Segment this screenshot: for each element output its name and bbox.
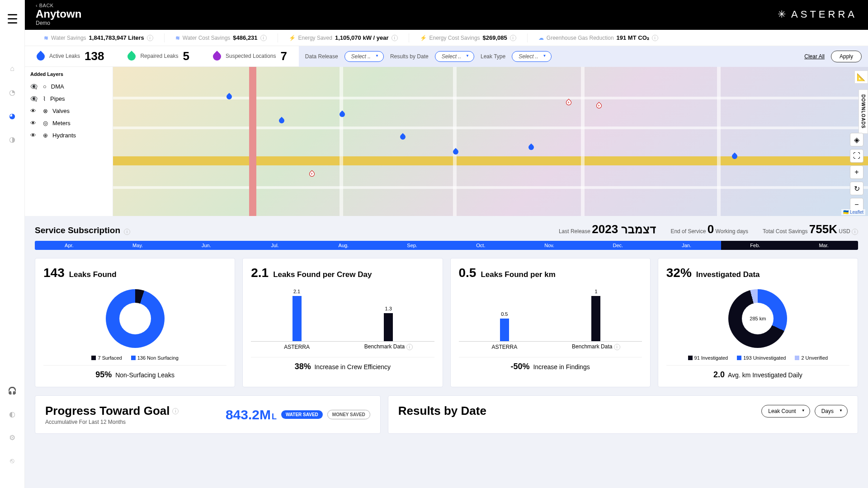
nav-support-icon[interactable]: 🎧 [7, 385, 18, 396]
info-icon[interactable]: i [260, 35, 267, 41]
nav-chart2-icon[interactable]: ◕ [7, 110, 18, 121]
days-select[interactable]: Days [815, 405, 848, 418]
layer-dma[interactable]: 👁‍🗨○DMA [30, 80, 107, 93]
pill-water-saved[interactable]: WATER SAVED [281, 410, 323, 419]
results-date-select[interactable]: Select .. [435, 51, 474, 62]
waves-icon: ≋ [44, 35, 48, 41]
filter-bar: Data Release Select .. Results by Date S… [299, 46, 868, 67]
eye-icon: 👁 [30, 108, 38, 114]
downloads-tab[interactable]: DOWNLOADS [859, 89, 868, 134]
map-area: Added Layers 👁‍🗨○DMA 👁‍🗨⌇Pipes 👁⊗Valves … [25, 67, 868, 216]
metric-energy-cost: ⚡ Energy Cost Savings $269,085 i [409, 34, 527, 41]
metrics-toolbar: ≋ Water Savings 1,841,783,947 Liters i ≋… [25, 30, 868, 46]
card-investigated: 32%Investigated Data 285 km 91 Investiga… [658, 258, 858, 387]
metric-water-savings: ≋ Water Savings 1,841,783,947 Liters i [33, 34, 164, 41]
card-leaks-found: 143Leaks Found 7 Surfaced 136 Non Surfac… [35, 258, 235, 387]
timeline: Apr. May. Jun. Jul. Aug. Sep. Oct. Nov. … [35, 241, 858, 250]
subscription-header: Service Subscription i Last Release דצמב… [35, 222, 858, 236]
total-savings: Total Cost Savings 755K USD i [763, 222, 858, 236]
last-release: Last Release דצמבר 2023 [559, 222, 656, 236]
info-icon[interactable]: i [147, 35, 153, 41]
zoom-in-button[interactable]: + [850, 165, 863, 179]
info-icon[interactable]: i [652, 35, 658, 41]
brand-logo: ✳ ASTERRA [778, 9, 857, 20]
lower-panels: Progress Toward Goal i Accumulative For … [35, 395, 858, 434]
asterisk-icon: ✳ [778, 9, 788, 20]
fullscreen-icon[interactable]: ⛶ [850, 149, 863, 163]
nav-settings-icon[interactable]: ⚙ [7, 432, 18, 443]
page-subtitle: Demo [36, 20, 778, 26]
menu-icon[interactable]: ☰ [7, 14, 18, 24]
layer-pipes[interactable]: 👁‍🗨⌇Pipes [30, 93, 107, 105]
bar-chart: 2.1ASTERRA 1.3Benchmark Data i [251, 285, 434, 342]
bolt-icon: ⚡ [420, 35, 427, 41]
drop-icon [211, 51, 222, 62]
info-icon[interactable]: i [510, 35, 516, 41]
leak-type-select[interactable]: Select .. [512, 51, 551, 62]
info-icon[interactable]: i [172, 408, 179, 414]
nav-chart3-icon[interactable]: ◑ [7, 134, 18, 145]
side-nav: ☰ ⌂ ◔ ◕ ◑ 🎧 ◐ ⚙ ⎋ [0, 0, 25, 488]
nav-home-icon[interactable]: ⌂ [7, 63, 18, 74]
info-icon[interactable]: i [406, 344, 413, 350]
status-bar: Active Leaks 138 Repaired Leaks 5 Suspec… [25, 46, 868, 67]
map-attribution: 🇺🇦 Leaflet [841, 209, 865, 215]
filter-label: Leak Type [481, 53, 505, 60]
data-release-select[interactable]: Select .. [344, 51, 384, 62]
nav-logout-icon[interactable]: ⎋ [7, 455, 18, 466]
panel-results: Results by Date Leak Count Days [388, 395, 858, 434]
reset-icon[interactable]: ↻ [850, 182, 863, 195]
leak-count-select[interactable]: Leak Count [761, 405, 810, 418]
eye-off-icon: 👁‍🗨 [30, 95, 38, 102]
end-of-service: End of Service 0 Working days [670, 222, 748, 236]
waves-icon: ≋ [175, 35, 180, 41]
map-canvas[interactable]: 📐 DOWNLOADS ◈ ⛶ + ↻ − 🇺🇦 Leaflet [113, 67, 868, 216]
donut-chart [106, 289, 165, 348]
section-title: Service Subscription [35, 225, 120, 235]
filter-label: Data Release [305, 53, 338, 60]
panel-progress: Progress Toward Goal i Accumulative For … [35, 395, 381, 434]
layer-meters[interactable]: 👁◎Meters [30, 117, 107, 129]
drop-icon [35, 51, 46, 62]
info-icon[interactable]: i [124, 229, 130, 235]
metric-energy: ⚡ Energy Saved 1,105,070 kW / year i [278, 34, 409, 41]
map-tools: 📐 [854, 70, 868, 84]
metric-ghg: ☁ Greenhouse Gas Reduction 191 MT CO₂ i [528, 34, 669, 41]
info-icon[interactable]: i [852, 229, 858, 235]
clear-all-link[interactable]: Clear All [804, 53, 825, 60]
header: ‹ BACK Anytown Demo ✳ ASTERRA [25, 0, 868, 30]
apply-button[interactable]: Apply [831, 51, 862, 62]
layer-hydrants[interactable]: 👁⊕Hydrants [30, 129, 107, 141]
drop-icon [126, 51, 137, 62]
info-icon[interactable]: i [392, 35, 398, 41]
metric-water-cost: ≋ Water Cost Savings $486,231 i [165, 34, 278, 41]
stat-repaired-leaks: Repaired Leaks 5 [116, 49, 201, 63]
donut-chart: 285 km [728, 289, 787, 348]
layer-valves[interactable]: 👁⊗Valves [30, 105, 107, 117]
eye-icon: 👁 [30, 132, 38, 139]
layers-title: Added Layers [30, 71, 107, 77]
cloud-icon: ☁ [538, 35, 544, 41]
back-link[interactable]: ‹ BACK [36, 3, 778, 8]
filter-label: Results by Date [390, 53, 429, 60]
ruler-icon[interactable]: 📐 [857, 73, 866, 81]
progress-value: 843.2M [226, 407, 271, 422]
layers-icon[interactable]: ◈ [850, 133, 863, 146]
bar-chart: 0.5ASTERRA 1Benchmark Data i [459, 285, 642, 342]
pill-money-saved[interactable]: MONEY SAVED [327, 410, 370, 419]
nav-chart1-icon[interactable]: ◔ [7, 87, 18, 98]
layers-panel: Added Layers 👁‍🗨○DMA 👁‍🗨⌇Pipes 👁⊗Valves … [25, 67, 113, 216]
info-icon[interactable]: i [614, 344, 620, 350]
card-per-km: 0.5Leaks Found per km 0.5ASTERRA 1Benchm… [450, 258, 651, 387]
card-per-crew: 2.1Leaks Found per Crew Day 2.1ASTERRA 1… [242, 258, 443, 387]
bolt-icon: ⚡ [289, 35, 296, 41]
eye-icon: 👁 [30, 120, 38, 127]
nav-contrast-icon[interactable]: ◐ [7, 408, 18, 419]
stat-active-leaks: Active Leaks 138 [25, 49, 116, 63]
stat-suspected: Suspected Locations 7 [201, 49, 299, 63]
eye-off-icon: 👁‍🗨 [30, 83, 38, 90]
kpi-cards: 143Leaks Found 7 Surfaced 136 Non Surfac… [35, 258, 858, 387]
page-title: Anytown [36, 8, 778, 20]
